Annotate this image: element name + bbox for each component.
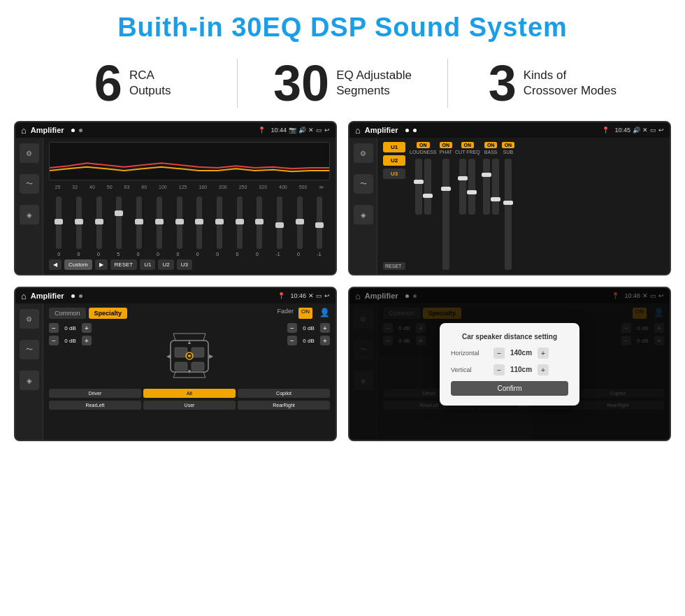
eq-custom-btn[interactable]: Custom (64, 259, 92, 270)
vol3-minus[interactable]: − (287, 323, 297, 333)
svg-text:▼: ▼ (187, 368, 192, 375)
fader-sidebar-btn-1[interactable]: ⚙ (20, 309, 39, 329)
fader-tab-common[interactable]: Common (49, 308, 86, 319)
dialog-vertical-value: 110cm (509, 366, 533, 373)
eq-slider-6[interactable] (157, 196, 162, 249)
confirm-button[interactable]: Confirm (451, 381, 568, 396)
fader-sidebar-btn-2[interactable]: 〜 (20, 340, 39, 359)
svg-line-3 (173, 334, 175, 341)
eq-slider-13[interactable] (297, 196, 303, 249)
eq-app-title: Amplifier (31, 126, 64, 134)
btn-user[interactable]: User (143, 401, 236, 410)
fader-close-icon: ✕ (308, 292, 314, 299)
dialog-overlay: Car speaker distance setting Horizontal … (349, 288, 670, 440)
vol1-minus[interactable]: − (49, 323, 59, 333)
svg-text:▶: ▶ (209, 353, 214, 359)
vol-row-2: − 0 dB + (49, 336, 156, 345)
eq-u2-btn[interactable]: U2 (158, 259, 173, 270)
dialog-vertical-plus[interactable]: + (538, 364, 549, 375)
btn-all[interactable]: All (143, 389, 236, 398)
home-icon: ⌂ (21, 125, 27, 136)
vol2-minus[interactable]: − (49, 336, 59, 345)
eq-play-btn[interactable]: ▶ (95, 259, 108, 270)
eq-slider-12[interactable] (277, 196, 282, 249)
btn-rearleft[interactable]: RearLeft (49, 401, 141, 410)
preset-u2[interactable]: U2 (383, 155, 405, 166)
vol-row-1: − 0 dB + (49, 323, 156, 333)
svg-point-14 (188, 354, 191, 357)
eq-slider-9[interactable] (217, 196, 222, 249)
stat-label-rca: RCA Outputs (129, 68, 171, 99)
preset-u1[interactable]: U1 (383, 142, 405, 152)
loudness-slider-2[interactable] (424, 159, 431, 215)
vol3-value: 0 dB (300, 325, 317, 331)
close-icon: ✕ (308, 127, 314, 134)
volume-icon: 🔊 (298, 127, 306, 134)
dialog-horizontal-plus[interactable]: + (538, 348, 549, 359)
eq-slider-14[interactable] (317, 196, 322, 249)
vol4-minus[interactable]: − (287, 336, 297, 345)
cutfreq-label: CUT FREQ (455, 150, 480, 155)
eq-sidebar-btn-1[interactable]: ⚙ (20, 143, 39, 163)
cutfreq-slider-2[interactable] (468, 159, 475, 215)
eq-slider-11[interactable] (257, 196, 262, 249)
stat-number-rca: 6 (94, 58, 122, 108)
bass-slider-2[interactable] (492, 159, 499, 215)
sub-on-badge[interactable]: ON (502, 142, 515, 148)
fader-tab-specialty[interactable]: Specialty (89, 308, 128, 319)
eq-u1-btn[interactable]: U1 (140, 259, 155, 270)
eq-slider-7[interactable] (177, 196, 182, 249)
loudness-slider-1[interactable] (415, 159, 422, 215)
crossover-reset-btn[interactable]: RESET (383, 262, 405, 270)
eq-slider-4[interactable] (116, 196, 122, 249)
svg-rect-0 (50, 143, 329, 180)
crossover-main: U1 U2 U3 RESET ON LOUDNESS (377, 138, 670, 274)
stat-number-eq: 30 (273, 58, 329, 108)
eq-slider-5[interactable] (136, 196, 142, 249)
cutfreq-slider-1[interactable] (459, 159, 466, 215)
btn-driver[interactable]: Driver (49, 389, 141, 398)
eq-prev-btn[interactable]: ◀ (49, 259, 62, 270)
vol1-plus[interactable]: + (82, 323, 92, 333)
crossover-sidebar-btn-3[interactable]: ◈ (354, 205, 373, 224)
btn-rearright[interactable]: RearRight (238, 401, 330, 410)
sub-slider[interactable] (505, 159, 512, 270)
eq-sidebar-btn-2[interactable]: 〜 (20, 174, 39, 194)
eq-u3-btn[interactable]: U3 (177, 259, 192, 270)
vol4-plus[interactable]: + (320, 336, 330, 345)
bass-on-badge[interactable]: ON (484, 142, 498, 148)
vol2-plus[interactable]: + (82, 336, 92, 345)
eq-reset-btn[interactable]: RESET (110, 259, 138, 270)
cutfreq-on-badge[interactable]: ON (461, 142, 475, 148)
fader-on-badge[interactable]: ON (298, 308, 312, 319)
dialog-vertical-minus[interactable]: − (493, 364, 505, 375)
eq-slider-8[interactable] (196, 196, 202, 249)
fader-main: Common Specialty Fader ON 👤 − 0 dB + (43, 303, 336, 440)
crossover-sidebar-btn-1[interactable]: ⚙ (354, 143, 373, 163)
fader-sidebar: ⚙ 〜 ◈ (15, 303, 43, 440)
eq-slider-10[interactable] (237, 196, 243, 249)
fader-tabs: Common Specialty Fader ON 👤 (49, 308, 330, 319)
phat-on-badge[interactable]: ON (440, 142, 453, 148)
fader-bottom-btns: Driver All Copilot (49, 389, 330, 398)
eq-slider-3[interactable] (96, 196, 102, 249)
eq-slider-2[interactable] (76, 196, 82, 249)
screens-grid: ⌂ Amplifier 📍 10:44 📷 🔊 ✕ ▭ ↩ ⚙ 〜 ◈ (0, 121, 685, 455)
dialog-horizontal-minus[interactable]: − (493, 348, 505, 359)
camera-icon: 📷 (289, 127, 296, 134)
bass-slider-1[interactable] (483, 159, 490, 215)
eq-slider-1[interactable] (56, 196, 62, 249)
crossover-sidebar-btn-2[interactable]: 〜 (354, 174, 373, 194)
fader-content: − 0 dB + − 0 dB + (49, 323, 330, 386)
svg-text:◀: ◀ (166, 353, 171, 359)
fader-sidebar-btn-3[interactable]: ◈ (20, 371, 39, 390)
preset-u3[interactable]: U3 (383, 169, 405, 179)
vol3-plus[interactable]: + (320, 323, 330, 333)
fader-app-title: Amplifier (31, 292, 64, 300)
btn-copilot[interactable]: Copilot (238, 389, 330, 398)
fader-dot-2 (79, 294, 82, 298)
crossover-screen-content: ⚙ 〜 ◈ U1 U2 U3 RESET ON LOUDNESS (349, 138, 670, 274)
loudness-on-badge[interactable]: ON (417, 142, 430, 148)
phat-slider[interactable] (442, 159, 449, 270)
eq-sidebar-btn-3[interactable]: ◈ (20, 205, 39, 224)
